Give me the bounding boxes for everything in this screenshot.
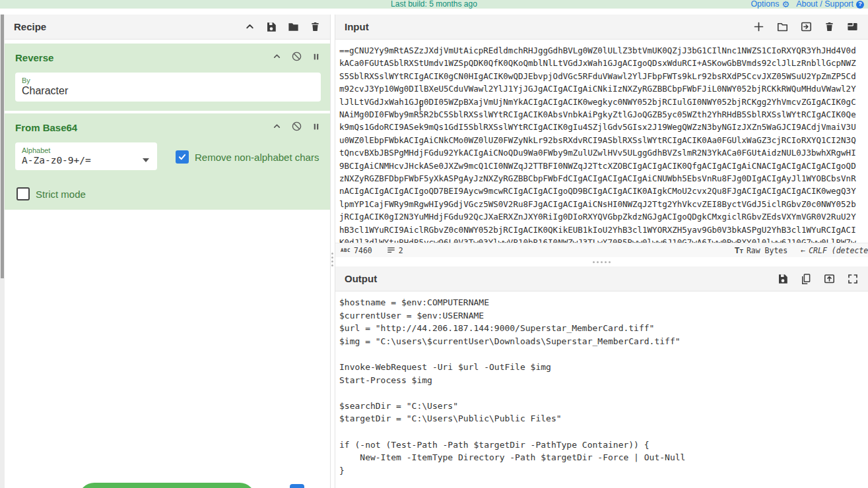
input-text-content: ==gCNU2Yy9mRtASZzJXdjVmUtAicpREdldmchRHJ… bbox=[335, 40, 868, 243]
io-splitter-handle[interactable] bbox=[335, 257, 868, 266]
input-encoding-selector[interactable]: TT Raw Bytes bbox=[735, 246, 787, 255]
input-header: Input bbox=[335, 15, 868, 40]
char-count: ABC 7460 bbox=[341, 246, 372, 255]
disable-op-icon[interactable] bbox=[291, 51, 302, 65]
last-build-text: Last build: 5 months ago bbox=[391, 0, 477, 9]
output-title: Output bbox=[345, 273, 777, 284]
reverse-by-label: By bbox=[22, 76, 314, 84]
checkbox-unchecked[interactable] bbox=[17, 187, 30, 200]
input-tabs-layout-icon[interactable] bbox=[846, 20, 859, 33]
recipe-panel: Recipe Reverse bbox=[0, 15, 331, 488]
left-scrollbar bbox=[0, 15, 5, 488]
recipe-title: Recipe bbox=[14, 21, 244, 32]
input-title: Input bbox=[345, 21, 752, 32]
collapse-op-icon[interactable] bbox=[272, 121, 282, 134]
save-recipe-icon[interactable] bbox=[265, 21, 277, 33]
operation-from-base64[interactable]: From Base64 Al bbox=[5, 113, 330, 210]
io-panel: Input ==gCNU2Yy9mRtASZzJXdjVmUtAicpREdld… bbox=[335, 15, 868, 488]
checkbox-checked[interactable] bbox=[176, 150, 189, 164]
breakpoint-pause-icon[interactable] bbox=[312, 52, 321, 64]
output-header: Output bbox=[335, 266, 868, 291]
character-encoding-icon: TT bbox=[735, 246, 743, 255]
recipe-header: Recipe bbox=[5, 15, 330, 40]
top-banner: Last build: 5 months ago Options ⚙ About… bbox=[0, 0, 868, 9]
line-count: 2 bbox=[387, 245, 403, 256]
options-link[interactable]: Options ⚙ bbox=[751, 0, 789, 9]
operation-from-base64-title: From Base64 bbox=[15, 122, 272, 133]
strict-mode-checkbox[interactable]: Strict mode bbox=[17, 187, 321, 200]
left-scrollbar-thumb[interactable] bbox=[1, 15, 4, 278]
output-area: $hostname = $env:COMPUTERNAME $currentUs… bbox=[335, 290, 868, 488]
output-text-content: $hostname = $env:COMPUTERNAME $currentUs… bbox=[335, 290, 868, 477]
remove-non-alphabet-label: Remove non-alphabet chars bbox=[195, 152, 319, 163]
alphabet-select[interactable]: Alphabet A-Za-z0-9+/= bbox=[15, 142, 157, 170]
line-ending-selector[interactable]: ← CRLF (detected) bbox=[801, 246, 868, 255]
bake-button[interactable]: BAKE! bbox=[79, 483, 255, 488]
reverse-by-select[interactable]: By Character bbox=[15, 73, 321, 102]
input-status-bar: ABC 7460 2 TT Raw Bytes ← CRLF (detected… bbox=[335, 243, 868, 257]
alphabet-value: A-Za-z0-9+/= bbox=[22, 155, 150, 166]
remove-non-alphabet-checkbox[interactable]: Remove non-alphabet chars bbox=[176, 150, 319, 164]
collapse-recipe-icon[interactable] bbox=[244, 21, 255, 32]
text-cursor bbox=[420, 100, 420, 111]
save-output-icon[interactable] bbox=[777, 273, 789, 285]
clear-input-trash-icon[interactable] bbox=[824, 21, 835, 32]
collapse-op-icon[interactable] bbox=[272, 51, 282, 64]
clear-recipe-trash-icon[interactable] bbox=[310, 21, 321, 32]
load-recipe-folder-icon[interactable] bbox=[287, 20, 300, 33]
abc-icon: ABC bbox=[341, 247, 351, 253]
auto-bake-checkbox[interactable] bbox=[290, 484, 304, 488]
question-mark-icon: ? bbox=[856, 1, 864, 9]
about-support-link[interactable]: About / Support ? bbox=[796, 0, 864, 9]
open-output-in-tab-icon[interactable] bbox=[823, 272, 836, 285]
alphabet-label: Alphabet bbox=[22, 146, 150, 154]
open-folder-icon[interactable] bbox=[776, 20, 789, 33]
breakpoint-pause-icon[interactable] bbox=[312, 122, 321, 134]
carriage-return-icon: ← bbox=[801, 246, 805, 255]
operation-reverse[interactable]: Reverse By Charac bbox=[5, 44, 330, 111]
panel-splitter-handle[interactable] bbox=[330, 249, 335, 269]
strict-mode-label: Strict mode bbox=[36, 189, 86, 200]
operation-reverse-title: Reverse bbox=[15, 52, 272, 63]
input-textarea[interactable]: ==gCNU2Yy9mRtASZzJXdjVmUtAicpREdldmchRHJ… bbox=[335, 40, 868, 243]
add-input-tab-icon[interactable] bbox=[752, 20, 765, 33]
maximize-output-icon[interactable] bbox=[847, 273, 859, 285]
disable-op-icon[interactable] bbox=[291, 121, 302, 135]
open-input-icon[interactable] bbox=[800, 20, 813, 33]
reverse-by-value: Character bbox=[22, 85, 314, 97]
copy-output-icon[interactable] bbox=[800, 273, 812, 285]
chevron-down-icon bbox=[143, 158, 149, 162]
lines-icon bbox=[387, 245, 395, 256]
recipe-operation-list: Reverse By Charac bbox=[5, 40, 330, 488]
gear-icon: ⚙ bbox=[782, 0, 789, 9]
